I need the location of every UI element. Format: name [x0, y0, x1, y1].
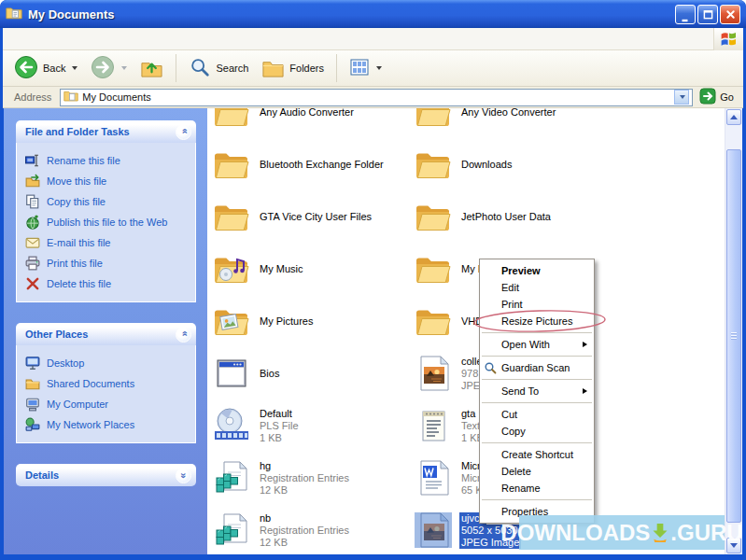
address-input[interactable]: My Documents — [60, 89, 693, 106]
network-icon — [25, 417, 40, 431]
search-button[interactable]: Search — [183, 52, 254, 84]
scroll-up-button[interactable] — [726, 109, 741, 125]
expand-chevron-icon[interactable]: » — [176, 468, 191, 483]
context-menu-item[interactable]: Guardian Scan — [480, 359, 594, 376]
views-button[interactable] — [344, 53, 387, 83]
file-name: hg — [258, 460, 273, 472]
task-link[interactable]: Copy this file — [25, 194, 191, 208]
context-menu-label: Resize Pictures — [501, 315, 572, 327]
forward-icon — [91, 55, 115, 81]
folders-button[interactable]: Folders — [256, 52, 330, 85]
menu-bar-item[interactable] — [7, 35, 23, 43]
task-link[interactable]: E-mail this file — [25, 235, 191, 249]
main-area: File and Folder Tasks » Rename this file… — [4, 108, 742, 554]
context-menu-item[interactable]: Rename — [480, 480, 594, 497]
file-item[interactable]: Bios — [209, 347, 411, 399]
go-button[interactable]: Go — [693, 88, 740, 106]
maximize-button[interactable] — [697, 5, 718, 24]
task-link[interactable]: Print this file — [25, 256, 191, 270]
task-link[interactable]: Publish this file to the Web — [25, 215, 191, 229]
context-menu-item[interactable]: Print — [480, 296, 594, 313]
copy-icon — [25, 194, 40, 208]
folder-icon — [414, 198, 453, 235]
chevron-down-icon — [680, 95, 685, 99]
scrollbar-thumb[interactable] — [726, 149, 741, 523]
file-name: GTA Vice City User Files — [258, 211, 373, 223]
task-link[interactable]: Move this file — [25, 174, 191, 188]
task-link[interactable]: Delete this file — [25, 276, 191, 290]
context-menu-item[interactable]: Preview — [480, 262, 594, 279]
menu-bar-item[interactable] — [23, 35, 40, 43]
scrollbar-grip — [731, 332, 737, 340]
file-item[interactable]: GTA Vice City User Files — [209, 190, 411, 243]
context-menu-item[interactable]: Copy — [480, 423, 594, 440]
task-link[interactable]: Rename this file — [25, 153, 191, 167]
minimize-button[interactable] — [675, 5, 696, 24]
address-folder-icon — [63, 89, 78, 105]
file-item[interactable]: nb Registration Entries 12 KB — [209, 504, 411, 554]
file-item[interactable]: My Pictures — [209, 295, 411, 347]
context-menu-item[interactable]: Delete — [480, 463, 594, 480]
menu-bar-item[interactable] — [74, 35, 91, 43]
panel-title: File and Folder Tasks — [25, 126, 176, 137]
menu-bar-item[interactable] — [57, 35, 74, 43]
file-item[interactable]: hg Registration Entries 12 KB — [209, 452, 411, 504]
forward-button[interactable] — [85, 51, 133, 85]
file-detail: PLS File — [258, 420, 301, 432]
file-item[interactable]: Downloads — [411, 138, 723, 190]
back-button[interactable]: Back — [8, 51, 83, 85]
file-item[interactable]: Any Audio Converter — [209, 108, 411, 138]
file-item[interactable]: JetPhoto User Data — [411, 190, 723, 243]
place-link[interactable]: Shared Documents — [25, 376, 191, 390]
menu-separator — [482, 499, 592, 500]
word-doc-icon — [414, 459, 453, 497]
file-detail: 12 KB — [258, 484, 289, 497]
details-panel-header[interactable]: Details » — [16, 464, 196, 486]
registry-icon — [212, 511, 251, 549]
file-item[interactable]: Any Video Converter — [411, 108, 723, 138]
place-link-label: My Computer — [47, 399, 108, 410]
context-menu-item[interactable]: Create Shortcut — [480, 446, 594, 463]
up-button[interactable] — [134, 52, 169, 85]
tasks-panel-header[interactable]: File and Folder Tasks » — [16, 120, 196, 143]
collapse-chevron-icon[interactable]: » — [176, 327, 191, 343]
place-link[interactable]: Desktop — [25, 356, 191, 370]
context-menu-item[interactable]: Open With — [480, 336, 594, 353]
places-panel-header[interactable]: Other Places » — [16, 323, 196, 345]
file-item[interactable]: My Music — [209, 243, 411, 295]
place-link-label: Shared Documents — [47, 378, 134, 389]
menu-separator — [482, 442, 592, 443]
file-name: gta — [459, 408, 477, 420]
context-menu-item[interactable]: Cut — [480, 406, 594, 423]
move-icon — [25, 174, 40, 188]
rename-icon — [25, 153, 40, 167]
context-menu-item[interactable]: Send To — [480, 383, 594, 399]
toolbar-separator — [176, 54, 176, 82]
close-button[interactable] — [720, 5, 740, 24]
views-dropdown-icon[interactable] — [376, 66, 382, 70]
files-grid: Any Audio Converter Bluetooth Exchange F… — [209, 108, 723, 554]
folder-icon — [212, 198, 251, 235]
menu-bar-item[interactable] — [91, 35, 107, 43]
address-dropdown-button[interactable] — [674, 90, 689, 105]
views-icon — [349, 57, 370, 79]
task-link-label: E-mail this file — [47, 237, 110, 248]
collapse-chevron-icon[interactable]: » — [176, 124, 191, 140]
context-menu-item[interactable]: Edit — [480, 279, 594, 296]
place-link[interactable]: My Computer — [25, 397, 191, 411]
download-arrow-icon — [651, 523, 669, 543]
place-link[interactable]: My Network Places — [25, 417, 191, 431]
context-menu-item[interactable]: Resize Pictures — [480, 313, 594, 329]
back-dropdown-icon[interactable] — [72, 66, 77, 70]
menu-bar-item[interactable] — [40, 35, 57, 43]
file-item[interactable]: Default PLS File 1 KB — [209, 399, 411, 452]
pictures-folder-icon — [212, 302, 251, 340]
file-detail: 1 KB — [258, 432, 284, 444]
vertical-scrollbar[interactable] — [725, 108, 742, 554]
context-menu-label: Copy — [501, 426, 526, 437]
context-menu-label: Open With — [501, 339, 550, 350]
music-folder-icon — [212, 250, 251, 287]
file-item[interactable]: Bluetooth Exchange Folder — [209, 138, 411, 190]
place-link-label: Desktop — [47, 357, 84, 369]
watermark-text-right: .GURU — [670, 520, 742, 546]
